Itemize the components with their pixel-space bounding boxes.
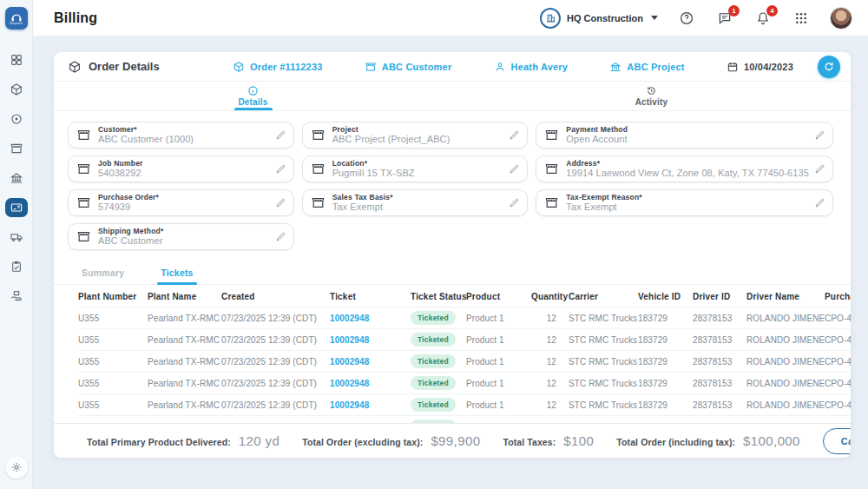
app-logo[interactable]: Dispatch — [5, 7, 28, 30]
field-job-number[interactable]: Job Number54038292 — [68, 155, 294, 182]
user-avatar[interactable] — [830, 7, 852, 30]
order-number-link[interactable]: Order #1112233 — [233, 61, 323, 73]
table-row: U355Pearland TX-RMC07/23/2025 12:39 (CDT… — [78, 416, 851, 424]
customer-link[interactable]: ABC Customer — [365, 61, 452, 73]
ticket-status-badge: Ticketed — [411, 376, 456, 390]
table-cell: 12 — [531, 416, 569, 424]
ticket-link[interactable]: 10002948 — [330, 335, 369, 345]
table-cell: U355 — [78, 329, 148, 351]
table-cell: 07/23/2025 12:39 (CDT) — [221, 373, 330, 394]
pencil-icon[interactable] — [814, 197, 825, 208]
pencil-icon[interactable] — [814, 129, 825, 141]
table-cell: STC RMC Trucks — [569, 351, 638, 373]
storefront-icon — [544, 162, 559, 176]
hand-box-icon — [10, 289, 23, 303]
field-sales-tax-basis[interactable]: Sales Tax Basis*Tax Exempt — [302, 189, 529, 216]
project-link[interactable]: ABC Project — [609, 61, 684, 73]
refresh-button[interactable] — [818, 56, 840, 78]
field-tax-exempt-reason[interactable]: Tax-Exempt Reason*Tax Exempt — [536, 189, 833, 216]
pencil-icon[interactable] — [509, 197, 520, 208]
notifications-button[interactable]: 4 — [753, 9, 773, 28]
table-cell: CPO-435 — [825, 351, 851, 373]
totals-group: Total Primary Product Delivered:120 ydTo… — [87, 433, 800, 448]
table-cell: ROLANDO JIMENEZ — [746, 416, 825, 424]
sidebar-item-deliveries[interactable] — [5, 287, 28, 306]
field-label: Payment Method — [566, 125, 809, 134]
messages-button[interactable]: 1 — [715, 9, 734, 28]
user-link[interactable]: Heath Avery — [494, 61, 569, 73]
storefront-icon — [76, 128, 91, 142]
tab-details[interactable]: Details — [54, 82, 452, 110]
column-header: Carrier — [569, 285, 638, 307]
order-date[interactable]: 10/04/2023 — [727, 61, 793, 73]
table-cell: 183729 — [638, 307, 693, 329]
field-location[interactable]: Location*Pugmill 15 TX-SBZ — [302, 155, 529, 182]
table-cell: 12 — [531, 373, 569, 394]
subtab-summary[interactable]: Summary — [78, 262, 128, 284]
field-value: 574939 — [98, 202, 270, 213]
cancel-button[interactable]: Cancel — [823, 428, 851, 454]
pencil-icon[interactable] — [275, 231, 286, 242]
table-cell: 07/23/2025 12:39 (CDT) — [221, 351, 330, 373]
column-header: Ticket — [330, 285, 411, 307]
pencil-icon[interactable] — [509, 129, 520, 141]
pencil-icon[interactable] — [275, 163, 286, 175]
sidebar-item-billing[interactable] — [5, 198, 28, 217]
field-address[interactable]: Address*19914 Laewood View Ct, Zone 08, … — [536, 155, 833, 182]
total-label: Total Order (including tax): — [616, 437, 735, 447]
table-cell: 12 — [531, 394, 569, 416]
sidebar-item-reports[interactable] — [5, 257, 28, 276]
pencil-icon[interactable] — [275, 129, 286, 141]
org-switcher[interactable]: HQ Construction — [540, 8, 658, 29]
table-cell: 28378153 — [693, 394, 746, 416]
pencil-icon[interactable] — [509, 163, 520, 175]
ticket-link[interactable]: 10002948 — [330, 314, 369, 323]
table-header-row: Plant NumberPlant NameCreatedTicketTicke… — [78, 285, 851, 307]
tickets-table-wrap: Plant NumberPlant NameCreatedTicketTicke… — [54, 285, 851, 423]
chevron-down-icon — [651, 16, 658, 20]
field-label: Project — [332, 125, 504, 134]
field-project[interactable]: ProjectABC Project (Project_ABC) — [302, 122, 529, 149]
storefront-icon — [544, 195, 559, 210]
ticket-link[interactable]: 10002948 — [330, 379, 369, 388]
field-purchase-order[interactable]: Purchase Order*574939 — [68, 189, 294, 216]
help-button[interactable] — [677, 9, 696, 28]
org-name: HQ Construction — [567, 13, 643, 23]
field-value: Tax Exempt — [332, 202, 504, 213]
column-header: Driver Name — [746, 285, 825, 307]
calendar-icon — [727, 61, 739, 73]
storefront-icon — [365, 61, 377, 73]
table-cell: Product 1 — [466, 373, 531, 394]
app-grid-icon — [794, 11, 808, 25]
sidebar-item-settings[interactable] — [5, 456, 28, 479]
storefront-icon — [76, 229, 91, 244]
app-grid-button[interactable] — [792, 9, 811, 28]
table-row: U355Pearland TX-RMC07/23/2025 12:39 (CDT… — [78, 394, 851, 416]
total-label: Total Primary Product Delivered: — [87, 437, 231, 447]
total-value: 120 yd — [239, 433, 279, 448]
ticket-link[interactable]: 10002948 — [330, 357, 369, 367]
sidebar-item-orders[interactable] — [5, 80, 28, 99]
sidebar-item-dashboard[interactable] — [5, 50, 28, 69]
table-cell: STC RMC Trucks — [569, 416, 638, 424]
tab-activity[interactable]: Activity — [452, 82, 851, 110]
field-shipping-method[interactable]: Shipping Method*ABC Customer — [68, 223, 294, 250]
table-cell: Product 1 — [466, 307, 531, 329]
sidebar-item-plants[interactable] — [5, 169, 28, 188]
ticket-link[interactable]: 10002948 — [330, 400, 369, 410]
total-total-taxes: Total Taxes:$100 — [503, 433, 594, 448]
field-payment-method[interactable]: Payment MethodOpen Account — [536, 122, 833, 149]
pencil-icon[interactable] — [275, 197, 286, 208]
field-customer[interactable]: Customer*ABC Customer (1000) — [68, 122, 294, 149]
target-icon — [10, 112, 23, 126]
sidebar-item-tracking[interactable] — [5, 109, 28, 129]
subtab-tickets[interactable]: Tickets — [157, 262, 196, 284]
logo-label: Dispatch — [10, 22, 23, 25]
sidebar-item-trucks[interactable] — [5, 228, 28, 247]
storefront-icon — [311, 195, 326, 210]
table-cell: U355 — [78, 307, 148, 329]
pencil-icon[interactable] — [814, 163, 825, 175]
table-cell: CPO-435 — [825, 373, 851, 394]
table-cell: Pearland TX-RMC — [148, 373, 221, 394]
sidebar-item-customers[interactable] — [5, 139, 28, 158]
